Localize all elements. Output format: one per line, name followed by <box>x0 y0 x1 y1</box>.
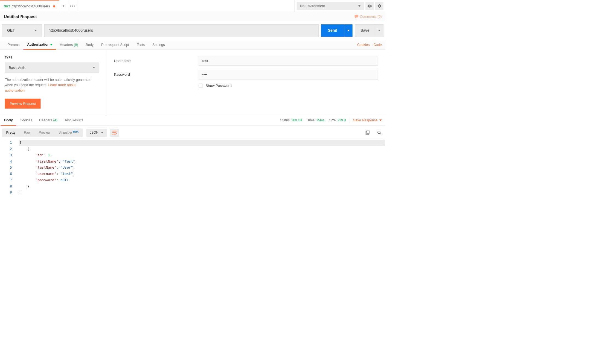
chevron-down-icon <box>358 5 361 7</box>
copy-icon <box>366 131 370 135</box>
code-link[interactable]: Code <box>373 43 382 47</box>
divider <box>350 118 350 123</box>
line-number: 7 <box>1 177 19 183</box>
line-number: 4 <box>1 158 19 165</box>
auth-area: TYPE Basic Auth The authorization header… <box>0 50 385 115</box>
comment-icon <box>355 15 358 18</box>
tab-headers[interactable]: Headers (8) <box>56 40 82 49</box>
auth-help-text: The authorization header will be automat… <box>5 77 95 93</box>
active-dot-icon <box>50 44 52 45</box>
tab-params[interactable]: Params <box>4 40 23 49</box>
environment-quicklook-button[interactable] <box>365 2 374 10</box>
auth-left-panel: TYPE Basic Auth The authorization header… <box>0 50 106 115</box>
code-token: } <box>27 184 29 188</box>
username-input[interactable] <box>199 56 378 66</box>
resp-tab-headers[interactable]: Headers (4) <box>36 115 61 126</box>
tab-label: Body <box>4 118 13 122</box>
request-tab[interactable]: GET http://localhost:4000/users <box>0 0 59 12</box>
line-number: 1 <box>1 140 19 146</box>
tab-label: Body <box>86 43 94 47</box>
view-visualize[interactable]: Visualize BETA <box>54 128 83 137</box>
environment-select[interactable]: No Environment <box>297 2 364 10</box>
request-row: GET Send Save <box>0 21 385 40</box>
tab-label: Test Results <box>64 118 83 122</box>
svg-point-3 <box>378 131 380 133</box>
wrap-lines-button[interactable] <box>110 129 119 137</box>
tab-title: http://localhost:4000/users <box>11 4 50 8</box>
request-tabs: Params Authorization Headers (8) Body Pr… <box>0 40 385 50</box>
tab-label: Cookies <box>20 118 32 122</box>
tab-authorization[interactable]: Authorization <box>23 40 56 49</box>
show-password-label: Show Password <box>205 84 231 88</box>
send-dropdown-button[interactable] <box>344 24 352 37</box>
code-token: { <box>27 147 29 151</box>
password-input[interactable] <box>199 70 378 79</box>
svg-point-0 <box>369 5 370 7</box>
send-button[interactable]: Send <box>321 24 344 37</box>
code-token: 1 <box>48 153 50 157</box>
response-meta: Status: 200 OK Time: 25ms Size: 229 B <box>280 118 346 122</box>
svg-line-4 <box>380 133 381 134</box>
tab-tests[interactable]: Tests <box>133 40 149 49</box>
format-value: JSON <box>90 131 98 135</box>
preview-request-button[interactable]: Preview Request <box>5 99 41 109</box>
tab-label: Tests <box>137 43 145 47</box>
chevron-down-icon <box>378 30 380 31</box>
save-dropdown-button[interactable] <box>375 24 383 37</box>
tab-prerequest[interactable]: Pre-request Script <box>97 40 133 49</box>
url-input[interactable] <box>44 24 319 37</box>
titlebar: Untitled Request Comments (0) <box>0 12 385 21</box>
tab-count: (8) <box>74 43 78 47</box>
copy-response-button[interactable] <box>363 128 371 137</box>
svg-rect-2 <box>367 131 369 134</box>
view-controls: Pretty Raw Preview Visualize BETA JSON <box>0 126 385 140</box>
tab-settings[interactable]: Settings <box>149 40 169 49</box>
code-token: "lastName" <box>36 166 56 170</box>
resp-tab-tests[interactable]: Test Results <box>61 115 87 126</box>
wrap-icon <box>112 131 117 135</box>
code-token: "username" <box>36 172 56 176</box>
tab-label: Authorization <box>27 43 49 47</box>
tab-count: (4) <box>53 118 57 122</box>
method-select[interactable]: GET <box>2 24 42 37</box>
chevron-down-icon <box>93 67 95 68</box>
auth-type-value: Basic Auth <box>9 66 25 70</box>
unsaved-dot-icon <box>53 5 55 7</box>
line-number: 9 <box>1 189 19 196</box>
auth-right-panel: Username Password Show Password <box>106 50 386 115</box>
cookies-link[interactable]: Cookies <box>357 43 370 47</box>
view-preview[interactable]: Preview <box>34 128 54 137</box>
resp-tab-body[interactable]: Body <box>1 115 16 126</box>
line-number: 3 <box>1 152 19 158</box>
show-password-checkbox[interactable] <box>199 84 203 88</box>
format-select[interactable]: JSON <box>86 129 107 137</box>
code-token: "password" <box>36 178 56 182</box>
comments-button[interactable]: Comments (0) <box>355 14 382 19</box>
tab-label: Pre-request Script <box>101 43 129 47</box>
visualize-label: Visualize <box>59 131 72 134</box>
code-token: "id" <box>36 153 44 157</box>
view-mode-segment: Pretty Raw Preview Visualize BETA <box>2 128 83 137</box>
line-number: 5 <box>1 165 19 171</box>
type-label: TYPE <box>5 56 101 59</box>
tab-body[interactable]: Body <box>82 40 97 49</box>
tab-method: GET <box>4 4 10 8</box>
chevron-down-icon <box>347 30 350 31</box>
settings-button[interactable] <box>375 2 383 10</box>
search-response-button[interactable] <box>375 128 383 137</box>
size-label: Size: <box>329 118 337 122</box>
code-token: [ <box>19 141 22 145</box>
request-title[interactable]: Untitled Request <box>4 14 37 19</box>
save-response-button[interactable]: Save Response <box>353 118 382 122</box>
tab-overflow-button[interactable] <box>68 0 77 12</box>
view-raw[interactable]: Raw <box>20 128 34 137</box>
save-button[interactable]: Save <box>355 24 375 37</box>
line-number: 2 <box>1 146 19 152</box>
code-token: "Test" <box>63 159 75 163</box>
auth-type-select[interactable]: Basic Auth <box>5 63 99 73</box>
eye-icon <box>367 4 372 7</box>
line-number: 6 <box>1 171 19 177</box>
resp-tab-cookies[interactable]: Cookies <box>16 115 36 126</box>
view-pretty[interactable]: Pretty <box>2 128 20 137</box>
new-tab-button[interactable]: + <box>59 0 68 12</box>
